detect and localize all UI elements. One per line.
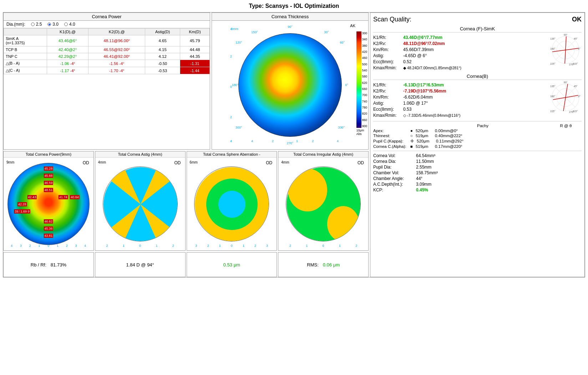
tcp-val-6: 41.74 <box>59 195 68 199</box>
row-simka-k1: 43.46@6° <box>47 35 88 46</box>
row-tnpc-label: TNP C <box>4 53 47 60</box>
colorbar-scale-note: 10μmAbs <box>356 129 364 136</box>
ax-0: 0 <box>231 244 233 248</box>
pachy-col-pachy: Pachy <box>472 124 493 128</box>
dia-2.5[interactable]: 2.5 <box>31 22 42 27</box>
ecc-label: Ecc(8mm): <box>373 59 402 64</box>
b-km-val: -6.62D/6.04mm <box>403 95 433 100</box>
axis-330: 330° <box>338 126 345 129</box>
col-header-k1: K1(D),@ <box>47 29 88 35</box>
sphere-result-val: 0.53 μm <box>223 262 240 268</box>
scale-9mm: 9mm <box>231 27 238 31</box>
cb-420: 420 <box>362 50 367 54</box>
cornea-b-km-row: Km/Rm: -6.62D/6.04mm <box>373 95 549 100</box>
kcp-val: 0.45% <box>416 188 428 192</box>
colorbar-strip <box>356 31 361 128</box>
tcp-val-8: 42.28 <box>17 202 27 206</box>
b-astig-val: 1.06D @ 17° <box>403 101 428 106</box>
tca-od: OD <box>174 160 181 165</box>
scale-4-r: 4 <box>337 139 339 143</box>
dia-4.0[interactable]: 4.0 <box>64 22 75 27</box>
ax-0: 0 <box>47 244 49 248</box>
dia-row: Dia.(mm): 2.5 3.0 4.0 <box>4 21 210 28</box>
corneac-r: 0.17mm@220° <box>435 144 462 149</box>
row-tnpc-astig: 4.12 <box>145 53 180 60</box>
ax-1l: 1 <box>39 244 40 248</box>
tia-circle-map <box>286 166 361 241</box>
cornea-b-k2-row: K2/Rv: -7.19D@107°/5.56mm <box>373 89 549 94</box>
tsa-od: OD <box>266 160 272 165</box>
row-tnpc-km: 44.35 <box>180 53 210 60</box>
b-k2-label: K2/Rv: <box>373 89 402 94</box>
ax-1r: 1 <box>57 244 59 248</box>
cornea-b-rose: 0° 90° 180° 270° 45° 135° 225° 315° <box>549 81 582 114</box>
cornea-f-data: K1/Rh: 43.46D@6°/7.77mm K2/Rv: 48.11D@96… <box>373 34 549 71</box>
svg-text:135°: 135° <box>550 38 556 40</box>
ax-2r: 2 <box>172 244 174 248</box>
svg-text:45°: 45° <box>574 85 578 88</box>
pachy-thinnest-row: Thinnest: ○ 519μm 0.40mm@222° <box>373 134 582 138</box>
row-delta-ca-k1: -1.17 -4° <box>47 67 88 74</box>
corneac-symbol: ■ <box>410 144 413 149</box>
dia-label: Dia.(mm): <box>6 22 25 27</box>
row-tcpb-label: TCP B <box>4 46 47 53</box>
scale-0: 0 <box>230 85 232 89</box>
radio-2.5-circle <box>31 22 35 26</box>
dia-4.0-label: 4.0 <box>69 22 75 27</box>
row-delta-ba-astig: -0.50 <box>145 60 180 67</box>
pupilc-pachy: 520μm <box>417 139 435 143</box>
thickness-map: AK 90° 60° 0° 330° 270° 300° 180° 120° 1… <box>212 21 368 149</box>
tcp-val-3: 46.59 <box>44 181 54 185</box>
pachy-corneac-row: Cornea C.(Alpha): ■ 519μm 0.17mm@220° <box>373 144 582 149</box>
pachy-apex-row: Apex: ● 520μm 0.00mm@0° <box>373 129 582 133</box>
metrics-divider <box>373 151 582 151</box>
tia-axis-bottom: 2 1 0 1 2 <box>278 244 368 248</box>
ax-4r: 4 <box>84 244 86 248</box>
svg-text:90°: 90° <box>564 34 568 36</box>
row-tcpb-km: 44.48 <box>180 46 210 53</box>
cb-500: 500 <box>362 62 367 66</box>
b-kmax-label: Kmax/Rmin: <box>373 113 402 118</box>
svg-point-41 <box>288 169 327 211</box>
ax-1l: 1 <box>219 244 221 248</box>
table-row: TNP C 42.29@2° 46.41@92.00° 4.12 44.35 <box>4 53 210 60</box>
svg-line-9 <box>565 50 566 64</box>
pupil-dia-row: Pupil Dia: 2.55mm <box>373 165 582 170</box>
tca-title: Total Cornea Astig (4mm) <box>95 151 185 158</box>
col-header-km: Km(D) <box>180 29 210 35</box>
dia-3.0[interactable]: 3.0 <box>47 22 59 27</box>
cornea-thickness-header: Cornea Thickness <box>212 13 368 21</box>
thinnest-label: Thinnest: <box>373 134 409 138</box>
rb-rf-panel: Rb / Rf: 81.73% <box>3 252 94 277</box>
row-delta-ca-k2: -1.70 -4° <box>88 67 145 74</box>
cornea-b-k1-row: K1/Rh: -6.13D@17°/6.53mm <box>373 82 549 88</box>
astig-val-panel: 1.84 D @ 94° <box>95 252 186 277</box>
b-ecc-label: Ecc(8mm): <box>373 107 402 112</box>
cb-780: 780 <box>362 106 367 109</box>
tcp-val-13: 45.36 <box>44 226 54 231</box>
axis-90: 90° <box>288 25 293 29</box>
pachy-section: Pachy R @ θ Apex: ● 520μm 0.00mm@0° Thin… <box>373 124 582 149</box>
svg-point-39 <box>218 191 245 218</box>
tia-panel: Total Cornea Irregular Astig (4mm) OD 4m… <box>278 151 369 251</box>
row-tcpb-k1: 42.40@2° <box>47 46 88 53</box>
tia-od: OD <box>358 160 364 165</box>
kcp-row: KCP: 0.45% <box>373 188 582 192</box>
tcp-val-4: 48.51 <box>44 188 54 192</box>
pachy-col-label <box>375 124 414 128</box>
cb-540: 540 <box>362 69 367 72</box>
cornea-b-astig-row: Astig: 1.06D @ 17° <box>373 101 549 106</box>
tia-map-body: OD 4mm 2 1 0 1 2 <box>278 158 368 250</box>
svg-text:180°: 180° <box>550 95 556 98</box>
svg-line-26 <box>566 84 568 98</box>
km-val: 45.66D/7.39mm <box>403 47 434 52</box>
ax-0: 0 <box>323 244 324 248</box>
tcp-title: Total Cornea Power(9mm) <box>4 151 93 158</box>
chamber-angle-row: Chamber Angle: 44° <box>373 176 582 181</box>
tsa-map-body: OD 6mm 3 2 1 0 1 2 3 <box>187 158 277 250</box>
svg-text:315°: 315° <box>573 62 578 65</box>
pachy-pupilc-row: Pupil C.(Kappa): ✛ 520μm 0.11mm@292° <box>373 139 582 144</box>
axis-60: 60° <box>340 41 345 44</box>
table-row: △(B - A) -1.06 -4° -1.56 -4° -0.50 -1.31 <box>4 60 210 67</box>
thickness-oval-map <box>238 33 342 137</box>
